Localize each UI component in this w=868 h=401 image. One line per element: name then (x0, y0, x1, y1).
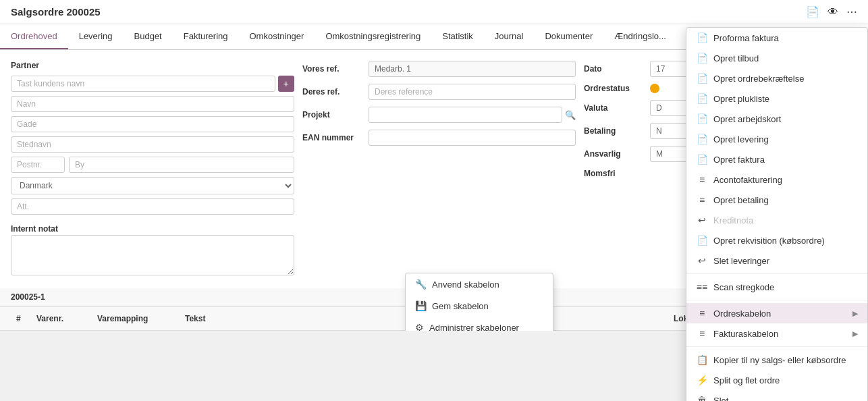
more-icon[interactable]: ⋯ (846, 5, 857, 18)
betaling-label: Betaling (584, 126, 645, 136)
cm-slet-leveringer[interactable]: ↩ Slet leveringer (686, 250, 867, 271)
partner-input[interactable] (11, 76, 275, 92)
deres-ref-input[interactable] (369, 84, 576, 100)
tab-budget[interactable]: Budget (124, 24, 173, 49)
att-input[interactable] (11, 198, 294, 215)
partner-add-button[interactable]: + (278, 76, 294, 92)
cm-opret-betaling[interactable]: ≡ Opret betaling (686, 190, 867, 210)
vores-ref-label: Vores ref. (302, 64, 363, 74)
tab-statistik[interactable]: Statistik (431, 24, 484, 49)
deres-ref-label: Deres ref. (302, 87, 363, 97)
cm-rekvisition[interactable]: 📄 Opret rekvisition (købsordre) (686, 230, 867, 250)
city-input[interactable] (11, 136, 294, 153)
top-bar-icons: 📄 👁 ⋯ (806, 5, 857, 18)
country-row: Danmark (11, 177, 294, 194)
cm-kred-label: Kreditnota (713, 215, 753, 225)
cm-rekv-label: Opret rekvisition (købsordre) (713, 236, 825, 246)
cm-levering[interactable]: 📄 Opret levering (686, 129, 867, 149)
cm-divider-1 (686, 273, 867, 274)
dato-label: Dato (584, 64, 645, 74)
cm-ordrebekraeftelse[interactable]: 📄 Opret ordrebekræftelse (686, 68, 867, 88)
cm-ordresk-label: Ordreskabelon (713, 309, 771, 319)
country-select[interactable]: Danmark (11, 177, 294, 194)
cm-scan-label: Scan stregkode (713, 282, 774, 292)
cm-tilbud-icon: 📄 (696, 53, 708, 63)
cm-proforma[interactable]: 📄 Proforma faktura (686, 28, 867, 48)
cm-lev-label: Opret levering (713, 134, 769, 144)
page-title: Salgsordre 200025 (11, 6, 101, 18)
ordrestatus-dot (650, 84, 659, 93)
ean-label: EAN nummer (302, 133, 363, 142)
cm-bet-icon: ≡ (696, 194, 708, 205)
save-icon: 💾 (415, 300, 427, 311)
cm-scan-stregkode[interactable]: ≡≡ Scan stregkode (686, 277, 867, 297)
search-icon[interactable]: 🔍 (565, 110, 576, 120)
cm-slet-lev-icon: ↩ (696, 255, 708, 266)
th-varenr: Varenr. (31, 311, 92, 326)
vores-ref-row: Vores ref. (302, 61, 576, 77)
projekt-input[interactable] (369, 107, 562, 123)
tab-aendringslog[interactable]: Ændringslo... (603, 24, 677, 49)
tab-dokumenter[interactable]: Dokumenter (534, 24, 603, 49)
vores-ref-input[interactable] (369, 61, 576, 77)
momsfri-label: Momsfri (584, 169, 645, 178)
tab-levering[interactable]: Levering (68, 24, 124, 49)
cm-ordreskabelon[interactable]: ≡ Ordreskabelon ▶ (686, 303, 867, 323)
cm-arb-label: Opret arbejdskort (713, 114, 781, 124)
cm-faktsk-arrow: ▶ (852, 329, 858, 331)
cm-pluk-label: Opret plukliste (713, 94, 769, 104)
cm-faktsk-label: Fakturaskabelon (713, 329, 778, 331)
template-save-item[interactable]: 💾 Gem skabelon (406, 295, 553, 317)
th-varemapping: Varemapping (92, 311, 180, 326)
cm-arb-icon: 📄 (696, 113, 708, 124)
template-manage-label: Administrer skabeloner (429, 323, 519, 331)
cm-fak-label: Opret faktura (713, 155, 765, 165)
template-apply-item[interactable]: 🔧 Anvend skabelon (406, 273, 553, 295)
reference-section: Vores ref. Deres ref. Projekt 🔍 EAN numm… (302, 61, 576, 277)
cm-scan-icon: ≡≡ (696, 282, 708, 292)
cm-bet-label: Opret betaling (713, 195, 769, 205)
ean-input[interactable] (369, 130, 576, 146)
project-input-row: 🔍 (369, 107, 576, 123)
cm-aconto-icon: ≡ (696, 174, 708, 185)
tab-journal[interactable]: Journal (484, 24, 535, 49)
tab-omkostninger[interactable]: Omkostninger (238, 24, 315, 49)
internt-notat-label: Internt notat (11, 224, 294, 234)
valuta-input[interactable] (650, 100, 690, 116)
cm-ordreb-label: Opret ordrebekræftelse (713, 74, 804, 84)
projekt-label: Projekt (302, 110, 363, 119)
eye-icon[interactable]: 👁 (828, 6, 838, 18)
partner-label: Partner (11, 61, 294, 70)
th-num: # (11, 311, 31, 326)
cm-arbejdskort[interactable]: 📄 Opret arbejdskort (686, 109, 867, 129)
name-input[interactable] (11, 96, 294, 112)
ean-row: EAN nummer (302, 130, 576, 146)
cm-fakturaskabelon[interactable]: ≡ Fakturaskabelon ▶ (686, 323, 867, 331)
cm-opret-tilbud[interactable]: 📄 Opret tilbud (686, 48, 867, 68)
cm-acontofakturering[interactable]: ≡ Acontofakturering (686, 169, 867, 190)
cm-pluk-icon: 📄 (696, 93, 708, 104)
partner-input-row: + (11, 76, 294, 92)
template-manage-item[interactable]: ⚙ Administrer skabeloner (406, 317, 553, 331)
manage-icon: ⚙ (415, 322, 424, 331)
postal-input[interactable] (11, 157, 65, 173)
cm-slet-lev-label: Slet leveringer (713, 256, 769, 266)
internt-notat-input[interactable] (11, 235, 294, 275)
tab-omkostningsregistrering[interactable]: Omkostningsregistrering (315, 24, 431, 49)
ordrestatus-label: Ordrestatus (584, 84, 645, 93)
template-popup: 🔧 Anvend skabelon 💾 Gem skabelon ⚙ Admin… (405, 273, 553, 331)
cm-plukliste[interactable]: 📄 Opret plukliste (686, 88, 867, 109)
cm-lev-icon: 📄 (696, 134, 708, 144)
tab-fakturering[interactable]: Fakturering (173, 24, 239, 49)
template-apply-label: Anvend skabelon (432, 279, 499, 290)
by-input[interactable] (69, 157, 294, 173)
cm-rekv-icon: 📄 (696, 235, 708, 246)
projekt-row: Projekt 🔍 (302, 107, 576, 123)
cm-fak-icon: 📄 (696, 154, 708, 165)
tab-ordrehoved[interactable]: Ordrehoved (0, 24, 68, 49)
cm-faktura[interactable]: 📄 Opret faktura (686, 149, 867, 169)
dato-input[interactable] (650, 61, 690, 77)
document-icon[interactable]: 📄 (806, 5, 819, 18)
street-input[interactable] (11, 116, 294, 132)
partner-section: Partner + Danmark Internt notat (11, 61, 294, 277)
